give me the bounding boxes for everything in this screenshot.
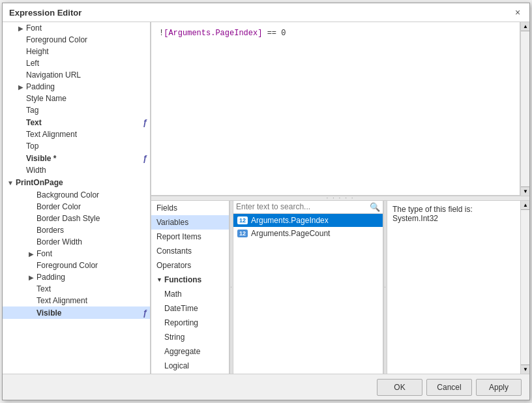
- func-icon-visible2: ƒ: [143, 308, 147, 318]
- tree-item-font2[interactable]: ▶ Font: [3, 248, 150, 260]
- tree-item-width[interactable]: Width: [3, 164, 150, 176]
- category-math[interactable]: Math: [151, 287, 229, 301]
- tree-label-padding2: Padding: [37, 273, 147, 282]
- result-page-count[interactable]: 12 Arguments.PageCount: [233, 227, 383, 240]
- tree-label-tag: Tag: [26, 106, 147, 115]
- tree-item-font[interactable]: ▶ Font: [3, 22, 150, 34]
- tree-label-visible: Visible *: [26, 154, 140, 163]
- category-constants[interactable]: Constants: [151, 244, 229, 258]
- tree-item-fg-color2[interactable]: Foreground Color: [3, 260, 150, 271]
- search-box[interactable]: 🔍: [233, 201, 383, 214]
- tree-label-border-color: Border Color: [37, 202, 147, 211]
- category-string-label: String: [164, 333, 185, 342]
- tree-item-height[interactable]: Height: [3, 46, 150, 57]
- ok-button[interactable]: OK: [377, 379, 422, 396]
- category-math-label: Math: [164, 290, 182, 299]
- bottom-scroll-down[interactable]: ▼: [521, 365, 529, 374]
- tree-item-text[interactable]: Text ƒ: [3, 116, 150, 128]
- category-reporting-label: Reporting: [164, 318, 198, 327]
- category-string[interactable]: String: [151, 330, 229, 344]
- expr-zero: 0: [281, 29, 286, 38]
- cancel-button[interactable]: Cancel: [426, 379, 472, 396]
- tree-item-border-color[interactable]: Border Color: [3, 201, 150, 213]
- tree-item-foreground-color-top[interactable]: Foreground Color: [3, 34, 150, 46]
- expression-area[interactable]: ![Arguments.PageIndex] == 0: [151, 22, 520, 196]
- category-aggregate-label: Aggregate: [164, 347, 200, 356]
- category-reporting[interactable]: Reporting: [151, 316, 229, 330]
- category-functions-header[interactable]: ▼ Functions: [151, 273, 229, 287]
- expr-scroll-track: [521, 31, 529, 187]
- tree-item-border-dash-style[interactable]: Border Dash Style: [3, 213, 150, 224]
- tree-item-left[interactable]: Left: [3, 57, 150, 69]
- tree-item-border-width[interactable]: Border Width: [3, 236, 150, 248]
- tree-label-visible2: Visible: [37, 308, 140, 318]
- category-datetime[interactable]: DateTime: [151, 301, 229, 316]
- info-column: The type of this field is: System.Int32: [387, 201, 520, 374]
- tree-item-style-name[interactable]: Style Name: [3, 93, 150, 104]
- expr-scroll-down[interactable]: ▼: [521, 187, 529, 196]
- tree-label-fg2: Foreground Color: [37, 261, 147, 270]
- tree-label-bg-color: Background Color: [37, 190, 147, 200]
- category-variables[interactable]: Variables: [151, 215, 229, 230]
- bottom-scroll-track: [521, 210, 529, 365]
- close-button[interactable]: ×: [512, 7, 523, 18]
- tree-label-style-name: Style Name: [26, 94, 147, 103]
- tree-item-top[interactable]: Top: [3, 140, 150, 152]
- apply-button[interactable]: Apply: [476, 379, 522, 396]
- property-tree: ▶ Font Foreground Color Height Left: [3, 22, 151, 374]
- tree-item-visible2[interactable]: Visible ƒ: [3, 306, 150, 319]
- category-report-items[interactable]: Report Items: [151, 230, 229, 244]
- result-page-index-label: Arguments.PageIndex: [251, 216, 329, 225]
- tree-label-text-align: Text Alignment: [26, 130, 147, 139]
- expression-content: ![Arguments.PageIndex] == 0: [151, 22, 520, 195]
- category-datetime-label: DateTime: [164, 304, 198, 313]
- items-column: 🔍 12 Arguments.PageIndex 12 Arguments.Pa…: [233, 201, 383, 374]
- expr-vscrollbar[interactable]: ▲ ▼: [520, 22, 529, 196]
- tree-item-padding2[interactable]: ▶ Padding: [3, 271, 150, 283]
- tree-item-borders[interactable]: Borders: [3, 224, 150, 236]
- category-fields[interactable]: Fields: [151, 201, 229, 215]
- category-aggregate[interactable]: Aggregate: [151, 344, 229, 359]
- button-row: OK Cancel Apply: [3, 374, 529, 400]
- tree-label-padding: Padding: [26, 82, 147, 91]
- result-page-count-label: Arguments.PageCount: [251, 229, 330, 238]
- expand-icon-padding2: ▶: [26, 274, 37, 281]
- func-icon-visible: ƒ: [143, 153, 147, 163]
- bottom-scroll-up[interactable]: ▲: [521, 201, 529, 210]
- bottom-vscrollbar[interactable]: ▲ ▼: [520, 201, 529, 374]
- title-bar: Expression Editor ×: [3, 3, 529, 22]
- expand-icon-print: ▼: [5, 179, 16, 187]
- expr-scroll-up[interactable]: ▲: [521, 22, 529, 31]
- tree-item-nav-url[interactable]: Navigation URL: [3, 69, 150, 81]
- tree-label-font: Font: [26, 23, 147, 33]
- tree-label-text: Text: [26, 118, 140, 127]
- tree-label-text-align2: Text Alignment: [37, 296, 147, 305]
- field-type-info: The type of this field is: System.Int32: [392, 205, 473, 223]
- tree-item-bg-color[interactable]: Background Color: [3, 189, 150, 201]
- expand-icon-font2: ▶: [26, 250, 37, 258]
- tree-item-visible[interactable]: Visible * ƒ: [3, 152, 150, 164]
- category-constants-label: Constants: [156, 246, 192, 256]
- tree-item-tag[interactable]: Tag: [3, 104, 150, 116]
- search-input[interactable]: [236, 202, 370, 211]
- category-logical-label: Logical: [164, 361, 189, 370]
- category-logical[interactable]: Logical: [151, 359, 229, 373]
- expr-equals: ==: [262, 29, 281, 38]
- tree-item-padding[interactable]: ▶ Padding: [3, 81, 150, 93]
- tree-item-text-align[interactable]: Text Alignment: [3, 128, 150, 140]
- result-page-index[interactable]: 12 Arguments.PageIndex: [233, 214, 383, 227]
- functions-label: Functions: [164, 275, 201, 284]
- tree-label-top: Top: [26, 142, 147, 151]
- tree-item-text-align2[interactable]: Text Alignment: [3, 295, 150, 306]
- resize-handle[interactable]: · · · · ·: [151, 196, 529, 201]
- tree-item-text2[interactable]: Text: [3, 283, 150, 295]
- category-operators[interactable]: Operators: [151, 258, 229, 273]
- section-label-print: PrintOnPage: [16, 178, 63, 187]
- badge-page-count: 12: [237, 230, 248, 237]
- tree-label-border-dash: Border Dash Style: [37, 214, 147, 223]
- category-list: Fields Variables Report Items Constants …: [151, 201, 229, 374]
- right-panel: ![Arguments.PageIndex] == 0 ▲ ▼ · · · · …: [151, 22, 529, 374]
- tree-label-left: Left: [26, 59, 147, 68]
- section-print-on-page[interactable]: ▼ PrintOnPage: [3, 176, 150, 189]
- tree-label-text2: Text: [37, 284, 147, 293]
